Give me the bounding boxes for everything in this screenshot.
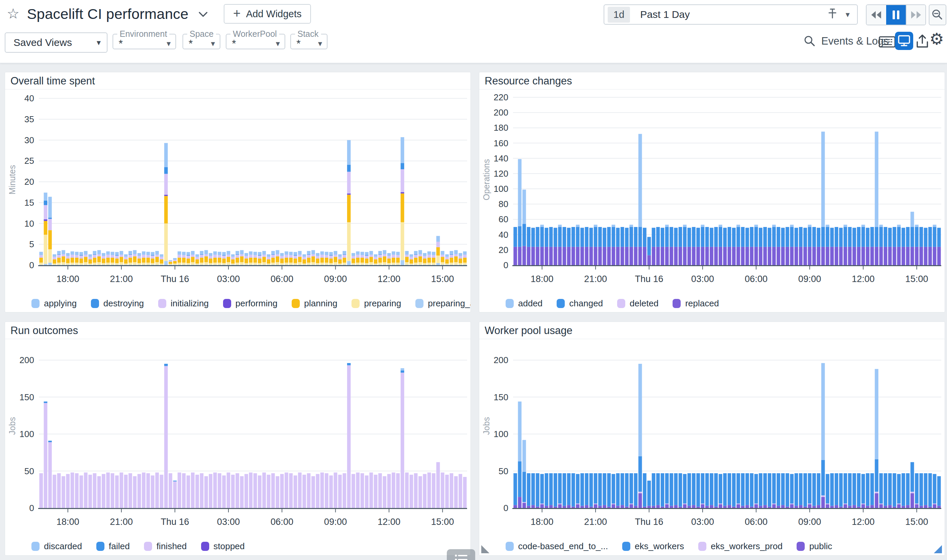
svg-text:09:00: 09:00 [324,517,347,527]
legend-item-preparing[interactable]: preparing [352,298,401,309]
svg-text:18:00: 18:00 [56,274,79,284]
dashboard-header: ☆ Spacelift CI performance + Add Widgets… [0,0,947,63]
svg-text:35: 35 [24,114,34,124]
gear-icon[interactable]: ⚙ [929,31,944,47]
legend-swatch [352,299,359,308]
svg-text:15: 15 [24,198,34,208]
svg-text:12:00: 12:00 [852,274,875,284]
widget-worker-pool-usage: Worker pool usage 050100150200Jobs18:002… [479,322,945,555]
svg-text:50: 50 [24,466,34,476]
resize-handle-bottom-left[interactable] [481,545,489,553]
page-title: Spacelift CI performance [27,6,188,22]
legend-item-eks_workers[interactable]: eks_workers [622,541,684,552]
events-logs-button[interactable]: Events & Logs [804,35,889,47]
skip-backward-button[interactable] [867,5,886,25]
svg-text:15:00: 15:00 [431,517,454,527]
svg-text:06:00: 06:00 [745,517,768,527]
widget-title: Overall time spent [5,72,470,89]
legend-item-code-based_end_to_...[interactable]: code-based_end_to_... [506,541,608,552]
legend-swatch [415,299,424,308]
legend-label: eks_workers_prod [711,541,782,552]
playback-controls [866,5,926,25]
legend-swatch [797,542,805,551]
run-outcomes-chart[interactable]: 050100150200Jobs18:0021:00Thu 1603:0006:… [5,339,470,537]
widget-title: Resource changes [479,72,945,89]
legend-item-destroying[interactable]: destroying [91,298,144,309]
svg-text:21:00: 21:00 [584,517,607,527]
add-widgets-button[interactable]: + Add Widgets [224,4,311,24]
svg-text:06:00: 06:00 [270,517,293,527]
favorite-star-icon[interactable]: ☆ [7,7,20,21]
svg-text:Thu 16: Thu 16 [635,274,663,284]
legend-item-performing[interactable]: performing [223,298,278,309]
legend-item-changed[interactable]: changed [557,298,603,309]
zoom-out-button[interactable] [929,5,946,25]
filter-space-caret-icon: ▾ [211,40,215,48]
filter-stack[interactable]: Stack *▾ [290,30,327,49]
legend-item-failed[interactable]: failed [96,541,130,552]
time-range-caret-icon[interactable]: ▾ [845,11,850,18]
legend-swatch [91,299,99,308]
keyboard-shortcuts-icon[interactable] [879,36,896,48]
filter-space[interactable]: Space *▾ [182,30,221,49]
legend: addedchangeddeletedreplaced [479,294,945,312]
filter-workerpool-value: * [232,38,276,49]
legend-item-preparing_apply[interactable]: preparing_apply [415,298,471,309]
legend-item-stopped[interactable]: stopped [201,541,245,552]
svg-text:160: 160 [494,138,508,148]
skip-forward-button[interactable] [906,5,925,25]
legend-swatch [506,299,514,308]
legend-item-applying[interactable]: applying [31,298,77,309]
legend-item-public[interactable]: public [797,541,832,552]
widget-resource-changes: Resource changes 02040608010012014016018… [479,72,945,312]
filter-workerpool[interactable]: WorkerPool *▾ [226,30,285,49]
svg-text:100: 100 [494,184,508,194]
filter-stack-caret-icon: ▾ [318,40,322,48]
legend-item-initializing[interactable]: initializing [158,298,209,309]
filter-environment[interactable]: Environment *▾ [113,30,176,49]
svg-text:18:00: 18:00 [531,517,554,527]
legend-swatch [617,299,625,308]
svg-text:Jobs: Jobs [481,417,491,435]
legend-item-deleted[interactable]: deleted [617,298,659,309]
worker-pool-usage-chart[interactable]: 050100150200Jobs18:0021:00Thu 1603:0006:… [479,339,945,537]
legend-label: failed [109,541,130,552]
svg-text:09:00: 09:00 [798,517,821,527]
legend-item-finished[interactable]: finished [144,541,187,552]
resource-changes-chart[interactable]: 020406080100120140160180200220Operations… [479,89,945,294]
tv-mode-button[interactable] [895,32,913,50]
legend-item-discarded[interactable]: discarded [31,541,82,552]
title-chevron-icon[interactable] [197,11,209,19]
svg-text:150: 150 [20,392,34,402]
svg-text:18:00: 18:00 [531,274,554,284]
legend-item-planning[interactable]: planning [292,298,337,309]
svg-text:0: 0 [504,503,508,513]
filter-environment-label: Environment [117,30,169,38]
title-row: ☆ Spacelift CI performance + Add Widgets [7,4,311,24]
svg-text:50: 50 [498,466,508,476]
svg-text:100: 100 [20,429,34,439]
overall-time-spent-chart[interactable]: 0510152025303540Minutes18:0021:00Thu 160… [5,89,470,294]
time-range-label: Past 1 Day [640,9,690,20]
svg-text:03:00: 03:00 [691,517,714,527]
legend-swatch [223,299,231,308]
time-range-picker[interactable]: 1d Past 1 Day ▾ [604,5,858,25]
legend-label: finished [156,541,187,552]
list-icon [453,552,469,560]
legend-swatch [292,299,300,308]
legend-label: discarded [44,541,82,552]
svg-text:Operations: Operations [481,159,491,200]
pin-icon[interactable] [827,8,837,21]
legend-item-added[interactable]: added [506,298,543,309]
add-widgets-label: Add Widgets [246,8,301,20]
legend-item-replaced[interactable]: replaced [672,298,719,309]
widget-list-toggle-button[interactable] [447,549,475,560]
svg-text:200: 200 [494,355,508,365]
pause-button[interactable] [886,5,906,25]
svg-text:30: 30 [24,135,34,145]
resize-handle-bottom-right[interactable] [934,545,942,553]
share-icon[interactable] [915,34,929,49]
legend-item-eks_workers_prod[interactable]: eks_workers_prod [698,541,782,552]
saved-views-dropdown[interactable]: Saved Views ▾ [5,32,108,53]
time-range-shortcut[interactable]: 1d [608,7,630,23]
